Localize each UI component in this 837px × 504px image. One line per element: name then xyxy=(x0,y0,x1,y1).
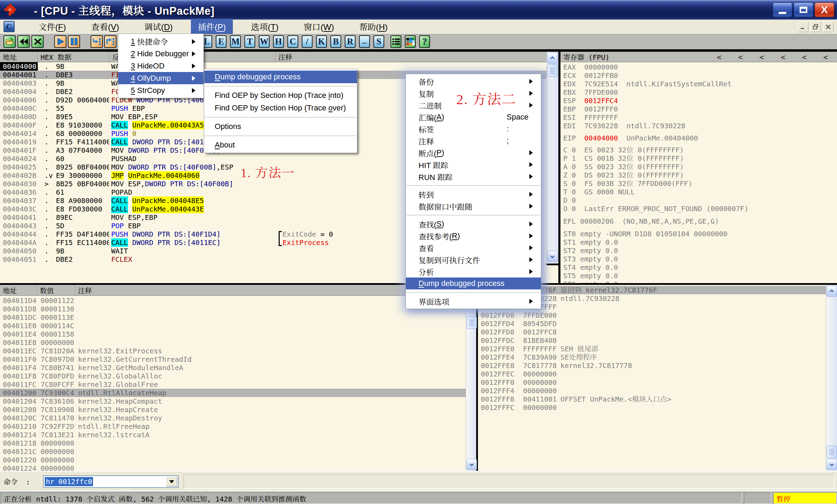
menu-item-3 HideOD[interactable]: 3 HideOD xyxy=(118,60,203,72)
toolbar-letter-H-button[interactable]: H xyxy=(273,35,284,48)
command-input-value[interactable]: hr 0012ffc0 xyxy=(45,477,93,486)
dump-row-00401208[interactable]: 004012087C810908kernel32.HeapCreate xyxy=(0,405,466,414)
cpu-window-icon[interactable]: C xyxy=(3,21,15,32)
menu-item-数据窗口中跟随[interactable]: 数据窗口中跟随 xyxy=(406,200,541,212)
scroll-thumb[interactable] xyxy=(466,316,477,329)
scroll-down-button[interactable] xyxy=(547,251,558,262)
run-button[interactable] xyxy=(54,35,66,48)
menu-item-标签[interactable]: 标签: xyxy=(406,123,541,135)
appearance-button[interactable] xyxy=(405,35,416,48)
dump-row-0040121C[interactable]: 0040121C00000000 xyxy=(0,447,466,456)
stack-row-0012FFD0[interactable]: 0012FFD07FFDE000 xyxy=(478,311,826,319)
disassembly-scrollbar[interactable] xyxy=(546,52,558,264)
toolbar-letter-S-button[interactable]: S xyxy=(373,35,384,48)
dump-row-004011F0[interactable]: 004011F07C8097D0kernel32.GetCurrentThrea… xyxy=(0,355,466,363)
step-over-button[interactable] xyxy=(104,35,116,48)
menu-item-转到[interactable]: 转到 xyxy=(406,188,541,200)
menu-item-HIT 跟踪[interactable]: HIT 跟踪 xyxy=(406,159,541,171)
stack-row-0012FFD8[interactable]: 0012FFD80012FFC8 xyxy=(478,328,826,336)
maximize-button[interactable] xyxy=(794,2,813,17)
dump-row-00401214[interactable]: 004012147C813E21kernel32.lstrcatA xyxy=(0,431,466,439)
toolbar-letter-E-button[interactable]: E xyxy=(216,35,227,48)
toolbar-letter-T-button[interactable]: T xyxy=(244,35,255,48)
scroll-down-button[interactable] xyxy=(466,459,477,470)
dump-row-004011EC[interactable]: 004011EC7C81D20Akernel32.ExitProcess xyxy=(0,347,466,355)
menu-item-Find OEP by Section Hop[interactable]: Find OEP by Section Hop (Trace into) xyxy=(204,89,357,102)
menu-item-1 快捷命令[interactable]: 1 快捷命令 xyxy=(118,35,203,48)
stack-row-0012FFDC[interactable]: 0012FFDC81BEB408 xyxy=(478,336,826,345)
menu-item-备份[interactable]: 备份 xyxy=(406,75,541,87)
scroll-up-button[interactable] xyxy=(827,286,837,297)
stack-row-0012FFF4[interactable]: 0012FFF400000000 xyxy=(478,387,826,395)
menu-item-Options[interactable]: Options xyxy=(204,120,357,133)
menu-item-查看[interactable]: 查看 xyxy=(406,242,541,254)
dump-scrollbar[interactable] xyxy=(466,285,476,471)
dump-row-00401220[interactable]: 0040122000000000 xyxy=(0,456,466,464)
menu-item-汇编(A)[interactable]: 汇编(A)Space xyxy=(406,111,541,123)
stack-pane[interactable]: 0012FFC47C81776F返回到 kernel32.7C81776F001… xyxy=(478,285,826,471)
dump-row-00401224[interactable]: 0040122400000000 xyxy=(0,464,466,471)
menubar-item-窗口[interactable]: 窗口(W) xyxy=(297,19,341,35)
dump-row-00401210[interactable]: 004012107C92FF2Dntdll.RtlFreeHeap xyxy=(0,422,466,431)
restart-button[interactable] xyxy=(17,35,30,48)
menubar-item-帮助[interactable]: 帮助(H) xyxy=(352,19,394,35)
mdi-restore-button[interactable] xyxy=(810,22,821,32)
stack-row-0012FFF0[interactable]: 0012FFF000000000 xyxy=(478,378,826,387)
stack-scrollbar[interactable] xyxy=(826,285,837,471)
column-header-address[interactable]: 地址 xyxy=(0,52,38,62)
open-button[interactable] xyxy=(3,35,16,48)
pause-button[interactable] xyxy=(68,35,80,48)
toolbar-letter-M-button[interactable]: M xyxy=(230,35,241,48)
scroll-up-button[interactable] xyxy=(547,52,558,64)
menu-item-2 Hide Debugger[interactable]: 2 Hide Debugger xyxy=(118,48,203,60)
dump-row-004011DC[interactable]: 004011DC0000113E xyxy=(0,313,466,322)
collapse-arrow-icon[interactable]: < xyxy=(781,53,785,62)
collapse-arrow-icon[interactable]: < xyxy=(738,53,743,62)
stack-row-0012FFE4[interactable]: 0012FFE47C839A90SE处理程序 xyxy=(478,353,826,361)
dump-row-004011E0[interactable]: 004011E00000114C xyxy=(0,322,466,330)
minimize-button[interactable] xyxy=(773,2,792,17)
menubar-item-调试[interactable]: 调试(D) xyxy=(137,19,180,35)
menu-item-5 StrCopy[interactable]: 5 StrCopy xyxy=(118,84,203,96)
toolbar-letter-C-button[interactable]: C xyxy=(287,35,298,48)
dump-row-004011D4[interactable]: 004011D400001122 xyxy=(0,296,466,305)
collapse-arrow-icon[interactable]: < xyxy=(802,53,807,62)
column-header-address[interactable]: 地址 xyxy=(0,285,37,295)
column-header-hex[interactable]: HEX 数据 xyxy=(38,52,109,62)
menu-item-注释[interactable]: 注释; xyxy=(406,135,541,147)
stack-row-0012FFD4[interactable]: 0012FFD480545DFD xyxy=(478,319,826,328)
close-button[interactable] xyxy=(31,35,44,48)
menu-item-Dump debugged process[interactable]: Dump debugged process xyxy=(204,71,357,83)
scroll-down-button[interactable] xyxy=(827,459,837,470)
menu-item-RUN 跟踪[interactable]: RUN 跟踪 xyxy=(406,171,541,182)
dump-row-004011E4[interactable]: 004011E400001158 xyxy=(0,330,466,338)
menu-item-断点(P)[interactable]: 断点(P) xyxy=(406,147,541,159)
menu-item-4 OllyDump[interactable]: 4 OllyDump xyxy=(118,72,203,84)
registers-collapse-arrows[interactable]: <<<<<< xyxy=(717,52,828,62)
toolbar-letter-W-button[interactable]: W xyxy=(259,35,270,48)
toolbar-letter-K-button[interactable]: K xyxy=(316,35,327,48)
close-button[interactable]: X xyxy=(815,2,834,17)
scroll-thumb[interactable] xyxy=(547,64,558,77)
dump-pane[interactable]: 地址 数值 注释 004011D400001122004011D80000113… xyxy=(0,285,466,471)
menu-item-界面选项[interactable]: 界面选项 xyxy=(406,295,541,307)
help-button[interactable]: ? xyxy=(419,35,430,48)
command-dropdown-button[interactable] xyxy=(166,477,177,487)
column-header-comment[interactable]: 注释 xyxy=(276,52,546,62)
stack-row-0012FFEC[interactable]: 0012FFEC00000000 xyxy=(478,370,826,378)
toolbar-letter-dots-button[interactable]: ... xyxy=(359,35,370,48)
stack-row-0012FFE0[interactable]: 0012FFE0FFFFFFFFSEH 链尾部 xyxy=(478,345,826,353)
dump-row-004011FC[interactable]: 004011FC7C80FCFFkernel32.GlobalFree xyxy=(0,380,466,389)
menubar-item-选项[interactable]: 选项(T) xyxy=(244,19,286,35)
stack-row-0012FFFC[interactable]: 0012FFFC00000000 xyxy=(478,403,826,412)
dump-row-004011F8[interactable]: 004011F87C80FDFDkernel32.GlobalAlloc xyxy=(0,372,466,380)
collapse-arrow-icon[interactable]: < xyxy=(717,53,721,62)
menu-item-About[interactable]: About xyxy=(204,139,357,151)
dump-row-0040120C[interactable]: 0040120C7C811470kernel32.HeapDestroy xyxy=(0,414,466,422)
mdi-close-button[interactable] xyxy=(823,22,834,32)
collapse-arrow-icon[interactable]: < xyxy=(759,53,764,62)
toolbar-letter-R-button[interactable]: R xyxy=(345,35,356,48)
menu-item-查找参考(R)[interactable]: 查找参考(R) xyxy=(406,230,541,242)
collapse-arrow-icon[interactable]: < xyxy=(823,53,828,62)
dump-row-00401200[interactable]: 004012007C9300C4ntdll.RtlAllocateHeap xyxy=(0,389,466,397)
